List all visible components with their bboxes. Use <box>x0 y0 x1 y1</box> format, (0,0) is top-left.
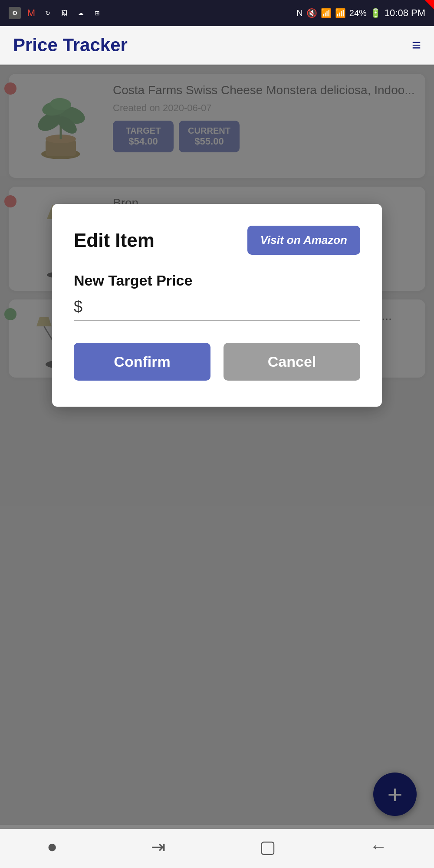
battery-text: 24% <box>349 8 367 18</box>
status-icons-left: ⚙ M ↻ 🖼 ☁ ⊞ <box>9 7 103 19</box>
cloud-icon: ☁ <box>75 7 87 19</box>
mute-icon: 🔇 <box>306 8 317 18</box>
visit-amazon-button[interactable]: Visit on Amazon <box>247 226 360 255</box>
recent-nav-button[interactable]: ⇥ <box>151 837 166 857</box>
main-content: Costa Farms Swiss Cheese Monstera delici… <box>0 65 434 829</box>
signal-icon: 📶 <box>335 8 346 18</box>
price-input-wrapper: $ <box>74 298 360 321</box>
status-bar: ⚙ M ↻ 🖼 ☁ ⊞ N 🔇 📶 📶 24% 🔋 10:08 PM DEBUG <box>0 0 434 26</box>
menu-icon[interactable]: ≡ <box>412 36 421 54</box>
modal-overlay: Edit Item Visit on Amazon New Target Pri… <box>0 65 434 829</box>
battery-icon: 🔋 <box>370 8 381 18</box>
bottom-nav: ● ⇥ ▢ ← <box>0 825 434 868</box>
back-nav-button[interactable]: ← <box>370 837 387 856</box>
home-nav-button[interactable]: ● <box>47 837 57 856</box>
new-target-price-label: New Target Price <box>74 272 360 289</box>
price-input[interactable] <box>87 298 360 316</box>
modal-header: Edit Item Visit on Amazon <box>74 226 360 255</box>
grid-icon: ⊞ <box>91 7 103 19</box>
wifi-icon: 📶 <box>321 8 332 18</box>
settings-icon: ⚙ <box>9 7 21 19</box>
time-display: 10:08 PM <box>385 7 425 19</box>
confirm-button[interactable]: Confirm <box>74 343 210 381</box>
status-icons-right: N 🔇 📶 📶 24% 🔋 10:08 PM <box>296 7 425 19</box>
app-header: Price Tracker ≡ <box>0 26 434 65</box>
modal-buttons: Confirm Cancel <box>74 343 360 381</box>
edit-item-modal: Edit Item Visit on Amazon New Target Pri… <box>52 204 382 407</box>
cancel-button[interactable]: Cancel <box>224 343 360 381</box>
square-nav-button[interactable]: ▢ <box>260 837 276 857</box>
gmail-icon: M <box>25 7 37 19</box>
sync-icon: ↻ <box>42 7 54 19</box>
modal-title: Edit Item <box>74 230 155 251</box>
dollar-sign: $ <box>74 298 82 316</box>
image-icon: 🖼 <box>58 7 70 19</box>
app-title: Price Tracker <box>13 35 128 56</box>
nfc-icon: N <box>296 8 302 18</box>
